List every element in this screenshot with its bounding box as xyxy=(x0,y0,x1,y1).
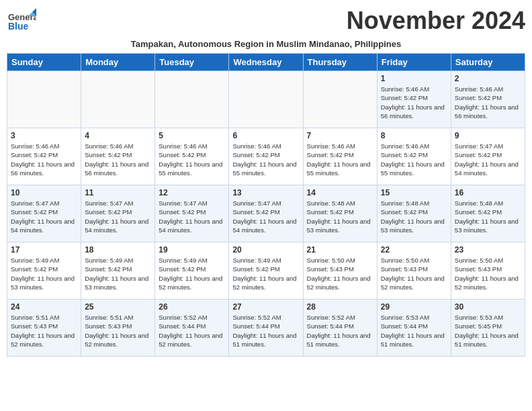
day-of-week-monday: Monday xyxy=(81,54,155,71)
calendar-cell: 14Sunrise: 5:48 AM Sunset: 5:42 PM Dayli… xyxy=(303,185,377,242)
day-info: Sunrise: 5:52 AM Sunset: 5:44 PM Dayligh… xyxy=(159,313,225,349)
day-info: Sunrise: 5:48 AM Sunset: 5:42 PM Dayligh… xyxy=(307,199,373,234)
day-info: Sunrise: 5:48 AM Sunset: 5:42 PM Dayligh… xyxy=(455,199,521,234)
calendar-cell: 13Sunrise: 5:47 AM Sunset: 5:42 PM Dayli… xyxy=(229,185,303,242)
calendar-cell: 26Sunrise: 5:52 AM Sunset: 5:44 PM Dayli… xyxy=(155,300,229,357)
day-number: 2 xyxy=(455,74,521,83)
calendar-cell: 17Sunrise: 5:49 AM Sunset: 5:42 PM Dayli… xyxy=(7,242,81,300)
day-info: Sunrise: 5:50 AM Sunset: 5:43 PM Dayligh… xyxy=(307,256,373,291)
day-info: Sunrise: 5:52 AM Sunset: 5:44 PM Dayligh… xyxy=(232,313,299,349)
day-of-week-friday: Friday xyxy=(377,54,451,71)
calendar-cell xyxy=(81,71,155,128)
day-number: 1 xyxy=(381,74,447,83)
day-of-week-wednesday: Wednesday xyxy=(229,54,303,71)
calendar-cell: 1Sunrise: 5:46 AM Sunset: 5:42 PM Daylig… xyxy=(377,71,451,128)
day-info: Sunrise: 5:52 AM Sunset: 5:44 PM Dayligh… xyxy=(307,313,373,349)
day-number: 11 xyxy=(85,188,151,197)
calendar-cell: 30Sunrise: 5:53 AM Sunset: 5:45 PM Dayli… xyxy=(451,300,525,357)
day-number: 6 xyxy=(232,131,299,140)
day-info: Sunrise: 5:47 AM Sunset: 5:42 PM Dayligh… xyxy=(232,199,299,234)
day-info: Sunrise: 5:46 AM Sunset: 5:42 PM Dayligh… xyxy=(159,142,225,177)
calendar-cell: 6Sunrise: 5:46 AM Sunset: 5:42 PM Daylig… xyxy=(229,128,303,185)
day-number: 21 xyxy=(307,245,373,255)
calendar-cell xyxy=(303,71,377,128)
day-number: 26 xyxy=(159,302,225,312)
calendar-cell: 11Sunrise: 5:47 AM Sunset: 5:42 PM Dayli… xyxy=(81,185,155,242)
calendar-cell: 4Sunrise: 5:46 AM Sunset: 5:42 PM Daylig… xyxy=(81,128,155,185)
calendar-cell xyxy=(7,71,81,128)
day-info: Sunrise: 5:49 AM Sunset: 5:42 PM Dayligh… xyxy=(159,256,225,291)
day-number: 19 xyxy=(159,245,225,255)
day-info: Sunrise: 5:47 AM Sunset: 5:42 PM Dayligh… xyxy=(11,199,77,234)
day-number: 25 xyxy=(85,302,151,312)
day-number: 17 xyxy=(11,245,77,255)
calendar-cell: 8Sunrise: 5:46 AM Sunset: 5:42 PM Daylig… xyxy=(377,128,451,185)
day-info: Sunrise: 5:46 AM Sunset: 5:42 PM Dayligh… xyxy=(232,142,299,177)
logo-icon: General Blue xyxy=(7,7,36,36)
logo: General Blue xyxy=(7,7,36,36)
calendar-cell: 9Sunrise: 5:47 AM Sunset: 5:42 PM Daylig… xyxy=(451,128,525,185)
day-info: Sunrise: 5:50 AM Sunset: 5:43 PM Dayligh… xyxy=(455,256,521,291)
day-number: 18 xyxy=(85,245,151,255)
day-info: Sunrise: 5:51 AM Sunset: 5:43 PM Dayligh… xyxy=(85,313,151,349)
day-number: 4 xyxy=(85,131,151,140)
day-number: 16 xyxy=(455,188,521,197)
svg-text:Blue: Blue xyxy=(8,21,29,32)
calendar-cell xyxy=(229,71,303,128)
day-info: Sunrise: 5:46 AM Sunset: 5:42 PM Dayligh… xyxy=(11,142,77,177)
calendar-cell: 29Sunrise: 5:53 AM Sunset: 5:44 PM Dayli… xyxy=(377,300,451,357)
day-number: 12 xyxy=(159,188,225,197)
day-of-week-thursday: Thursday xyxy=(303,54,377,71)
day-number: 29 xyxy=(381,302,447,312)
day-of-week-sunday: Sunday xyxy=(7,54,81,71)
day-info: Sunrise: 5:53 AM Sunset: 5:44 PM Dayligh… xyxy=(381,313,447,349)
calendar-cell: 12Sunrise: 5:47 AM Sunset: 5:42 PM Dayli… xyxy=(155,185,229,242)
day-info: Sunrise: 5:47 AM Sunset: 5:42 PM Dayligh… xyxy=(455,142,521,177)
day-number: 27 xyxy=(232,302,299,312)
day-info: Sunrise: 5:48 AM Sunset: 5:42 PM Dayligh… xyxy=(381,199,447,234)
day-info: Sunrise: 5:49 AM Sunset: 5:42 PM Dayligh… xyxy=(11,256,77,291)
calendar-cell: 5Sunrise: 5:46 AM Sunset: 5:42 PM Daylig… xyxy=(155,128,229,185)
calendar-cell: 15Sunrise: 5:48 AM Sunset: 5:42 PM Dayli… xyxy=(377,185,451,242)
day-number: 28 xyxy=(307,302,373,312)
day-number: 20 xyxy=(232,245,299,255)
day-of-week-tuesday: Tuesday xyxy=(155,54,229,71)
day-info: Sunrise: 5:49 AM Sunset: 5:42 PM Dayligh… xyxy=(85,256,151,291)
calendar-cell: 19Sunrise: 5:49 AM Sunset: 5:42 PM Dayli… xyxy=(155,242,229,300)
day-number: 24 xyxy=(11,302,77,312)
day-number: 9 xyxy=(455,131,521,140)
calendar-cell: 28Sunrise: 5:52 AM Sunset: 5:44 PM Dayli… xyxy=(303,300,377,357)
calendar-table: SundayMondayTuesdayWednesdayThursdayFrid… xyxy=(7,53,525,357)
day-of-week-saturday: Saturday xyxy=(451,54,525,71)
day-info: Sunrise: 5:46 AM Sunset: 5:42 PM Dayligh… xyxy=(455,85,521,120)
day-number: 30 xyxy=(455,302,521,312)
day-number: 7 xyxy=(307,131,373,140)
calendar-cell: 10Sunrise: 5:47 AM Sunset: 5:42 PM Dayli… xyxy=(7,185,81,242)
day-number: 15 xyxy=(381,188,447,197)
day-info: Sunrise: 5:46 AM Sunset: 5:42 PM Dayligh… xyxy=(381,142,447,177)
day-info: Sunrise: 5:53 AM Sunset: 5:45 PM Dayligh… xyxy=(455,313,521,349)
calendar-cell: 21Sunrise: 5:50 AM Sunset: 5:43 PM Dayli… xyxy=(303,242,377,300)
day-number: 3 xyxy=(11,131,77,140)
calendar-cell: 18Sunrise: 5:49 AM Sunset: 5:42 PM Dayli… xyxy=(81,242,155,300)
calendar-cell: 24Sunrise: 5:51 AM Sunset: 5:43 PM Dayli… xyxy=(7,300,81,357)
day-number: 14 xyxy=(307,188,373,197)
day-info: Sunrise: 5:47 AM Sunset: 5:42 PM Dayligh… xyxy=(159,199,225,234)
day-info: Sunrise: 5:47 AM Sunset: 5:42 PM Dayligh… xyxy=(85,199,151,234)
day-info: Sunrise: 5:50 AM Sunset: 5:43 PM Dayligh… xyxy=(381,256,447,291)
day-number: 22 xyxy=(381,245,447,255)
subtitle: Tampakan, Autonomous Region in Muslim Mi… xyxy=(7,39,525,49)
calendar-cell: 2Sunrise: 5:46 AM Sunset: 5:42 PM Daylig… xyxy=(451,71,525,128)
day-info: Sunrise: 5:51 AM Sunset: 5:43 PM Dayligh… xyxy=(11,313,77,349)
day-info: Sunrise: 5:46 AM Sunset: 5:42 PM Dayligh… xyxy=(307,142,373,177)
calendar-cell: 20Sunrise: 5:49 AM Sunset: 5:42 PM Dayli… xyxy=(229,242,303,300)
day-number: 8 xyxy=(381,131,447,140)
calendar-cell: 16Sunrise: 5:48 AM Sunset: 5:42 PM Dayli… xyxy=(451,185,525,242)
calendar-cell: 22Sunrise: 5:50 AM Sunset: 5:43 PM Dayli… xyxy=(377,242,451,300)
day-info: Sunrise: 5:46 AM Sunset: 5:42 PM Dayligh… xyxy=(381,85,447,120)
calendar-cell: 3Sunrise: 5:46 AM Sunset: 5:42 PM Daylig… xyxy=(7,128,81,185)
day-number: 5 xyxy=(159,131,225,140)
day-info: Sunrise: 5:46 AM Sunset: 5:42 PM Dayligh… xyxy=(85,142,151,177)
calendar-cell: 27Sunrise: 5:52 AM Sunset: 5:44 PM Dayli… xyxy=(229,300,303,357)
day-info: Sunrise: 5:49 AM Sunset: 5:42 PM Dayligh… xyxy=(232,256,299,291)
